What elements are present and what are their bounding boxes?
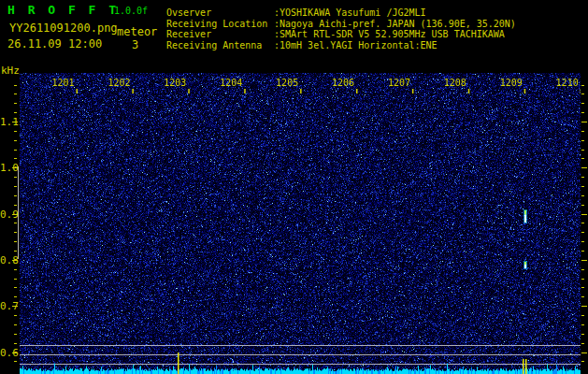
freq-minor-tick xyxy=(14,361,17,362)
freq-minor-tick xyxy=(581,177,584,178)
time-tick-label: 1207 xyxy=(388,78,410,88)
observer-info-block: Ovserver:YOSHIKAWA Yasufumi /JG2MLIRecei… xyxy=(166,7,516,50)
freq-minor-tick xyxy=(14,343,17,344)
time-tick-label: 1201 xyxy=(52,78,75,88)
info-label: Receiver xyxy=(166,29,274,40)
freq-minor-tick xyxy=(581,186,584,187)
freq-minor-tick xyxy=(581,279,584,280)
freq-minor-tick xyxy=(581,324,584,325)
info-label: Ovserver xyxy=(166,7,274,19)
freq-minor-tick xyxy=(14,279,17,280)
freq-minor-tick xyxy=(581,251,584,252)
freq-minor-tick xyxy=(14,296,17,297)
info-value: :YOSHIKAWA Yasufumi /JG2MLI xyxy=(274,7,426,18)
freq-minor-tick xyxy=(581,296,584,297)
freq-minor-tick xyxy=(14,158,17,159)
info-row: Receiving Antenna:10mH 3el.YAGI Horizont… xyxy=(166,40,516,51)
time-tick-label: 1208 xyxy=(444,78,466,88)
freq-minor-tick xyxy=(14,112,17,113)
freq-minor-tick xyxy=(581,85,584,86)
freq-major-tick xyxy=(581,167,587,168)
time-tick-label: 1202 xyxy=(108,78,130,88)
mode-label: meteor xyxy=(117,25,157,38)
info-row: Ovserver:YOSHIKAWA Yasufumi /JG2MLI xyxy=(166,7,516,19)
freq-minor-tick xyxy=(581,131,584,132)
freq-major-tick xyxy=(12,352,18,353)
freq-minor-tick xyxy=(14,131,17,132)
freq-minor-tick xyxy=(581,158,584,159)
freq-major-tick xyxy=(12,167,18,168)
freq-major-tick xyxy=(581,352,587,353)
freq-minor-tick xyxy=(14,223,17,223)
freq-major-tick xyxy=(581,306,587,307)
time-tick-label: 1205 xyxy=(276,78,298,88)
freq-minor-tick xyxy=(14,232,17,233)
freq-minor-tick xyxy=(14,195,17,196)
info-value: :10mH 3el.YAGI Horizontal:ENE xyxy=(274,40,437,50)
freq-minor-tick xyxy=(14,324,17,325)
freq-minor-tick xyxy=(14,315,17,316)
freq-minor-tick xyxy=(14,103,17,104)
time-tick-label: 1204 xyxy=(220,78,242,88)
freq-minor-tick xyxy=(14,94,17,94)
freq-minor-tick xyxy=(14,177,17,178)
freq-minor-tick xyxy=(581,287,584,288)
output-filename: YY2611091200.png xyxy=(9,22,118,35)
freq-minor-tick xyxy=(14,241,17,242)
freq-minor-tick xyxy=(14,287,17,288)
freq-minor-tick xyxy=(581,343,584,344)
freq-minor-tick xyxy=(14,251,17,252)
freq-minor-tick xyxy=(581,205,584,206)
freq-minor-tick xyxy=(14,269,17,270)
freq-minor-tick xyxy=(14,150,17,151)
time-tick-label: 1203 xyxy=(164,78,186,88)
time-tick-label: 1206 xyxy=(332,78,354,88)
meteor-count: 3 xyxy=(132,38,138,51)
freq-axis-unit: kHz xyxy=(1,65,20,77)
freq-minor-tick xyxy=(14,334,17,335)
freq-minor-tick xyxy=(14,140,17,141)
info-row: Receiving Location:Nagoya Aichi-pref. JA… xyxy=(166,19,516,30)
freq-major-tick xyxy=(12,260,18,261)
freq-major-tick xyxy=(12,122,18,122)
freq-minor-tick xyxy=(581,315,584,316)
spectrogram-canvas xyxy=(20,73,581,374)
freq-minor-tick xyxy=(581,94,584,94)
freq-minor-tick xyxy=(581,241,584,242)
freq-major-tick xyxy=(12,306,18,307)
info-value: :Nagoya Aichi-pref. JAPAN (136.90E, 35.2… xyxy=(274,19,516,29)
freq-minor-tick xyxy=(581,223,584,223)
freq-minor-tick xyxy=(581,112,584,113)
freq-minor-tick xyxy=(14,205,17,206)
freq-major-tick xyxy=(581,260,587,261)
time-tick-label: 1209 xyxy=(500,78,523,88)
freq-minor-tick xyxy=(581,232,584,233)
freq-minor-tick xyxy=(581,140,584,141)
freq-minor-tick xyxy=(581,103,584,104)
freq-minor-tick xyxy=(14,85,17,86)
hrofft-screen: H R O F F T 1.0.0f YY2611091200.png mete… xyxy=(0,0,588,374)
info-value: :SMArt RTL-SDR V5 52.905MHz USB TACHIKAW… xyxy=(274,29,505,39)
datetime-label: 26.11.09 12:00 xyxy=(7,37,102,50)
freq-minor-tick xyxy=(581,150,584,151)
info-label: Receiving Antenna xyxy=(166,40,274,51)
time-tick-label: 1210 xyxy=(556,78,579,88)
freq-minor-tick xyxy=(581,334,584,335)
info-row: Receiver:SMArt RTL-SDR V5 52.905MHz USB … xyxy=(166,29,516,40)
freq-minor-tick xyxy=(14,186,17,187)
freq-major-tick xyxy=(581,122,587,122)
freq-minor-tick xyxy=(581,269,584,270)
info-label: Receiving Location xyxy=(166,19,274,30)
freq-major-tick xyxy=(581,214,587,215)
app-version: 1.0.0f xyxy=(114,6,148,16)
freq-minor-tick xyxy=(581,195,584,196)
freq-major-tick xyxy=(12,214,18,215)
freq-minor-tick xyxy=(581,361,584,362)
app-title: H R O F F T xyxy=(7,3,119,17)
